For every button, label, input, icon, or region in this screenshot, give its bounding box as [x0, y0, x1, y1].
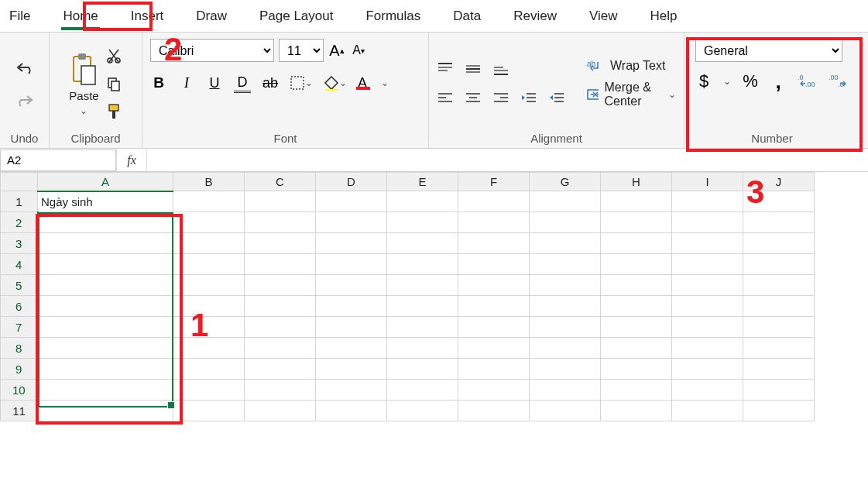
tab-review[interactable]: Review [512, 1, 558, 32]
paste-label[interactable]: Paste [69, 89, 98, 102]
row-header-9[interactable]: 9 [1, 359, 38, 380]
tab-view[interactable]: View [588, 1, 619, 32]
merge-center-button[interactable]: Merge & Center ⌄ [587, 81, 676, 108]
paste-icon[interactable] [69, 52, 98, 86]
row-header-5[interactable]: 5 [1, 275, 38, 296]
cell-A10[interactable] [38, 380, 173, 401]
font-color-button[interactable]: A ⌄ [358, 73, 389, 93]
copy-button[interactable] [105, 74, 122, 94]
svg-text:.0: .0 [798, 74, 804, 81]
row-header-10[interactable]: 10 [1, 380, 38, 401]
percent-format-button[interactable]: % [742, 71, 759, 91]
tab-help[interactable]: Help [649, 1, 679, 32]
align-center-button[interactable] [465, 88, 482, 108]
row-header-7[interactable]: 7 [1, 317, 38, 338]
cell-A8[interactable] [38, 338, 173, 359]
row-header-11[interactable]: 11 [1, 401, 38, 421]
col-header-E[interactable]: E [387, 173, 458, 191]
cell-A6[interactable] [38, 296, 173, 317]
col-header-A[interactable]: A [38, 173, 173, 191]
ribbon: Undo Paste ⌄ Cli [0, 33, 868, 149]
font-name-select[interactable]: Calibri [150, 39, 274, 62]
align-left-button[interactable] [437, 88, 454, 108]
cell-A7[interactable] [38, 317, 173, 338]
cell-A2[interactable] [38, 212, 173, 233]
paste-dropdown[interactable]: ⌄ [80, 105, 87, 116]
cell-A4[interactable] [38, 254, 173, 275]
merge-dropdown[interactable]: ⌄ [668, 89, 676, 100]
svg-rect-2 [81, 66, 95, 84]
row-header-2[interactable]: 2 [1, 212, 38, 233]
col-header-H[interactable]: H [601, 173, 672, 191]
undo-button[interactable] [15, 57, 35, 77]
col-header-J[interactable]: J [743, 173, 815, 191]
align-right-button[interactable] [492, 88, 509, 108]
increase-font-button[interactable]: A▴ [328, 40, 345, 60]
accounting-dropdown[interactable]: ⌄ [723, 76, 731, 87]
tab-formulas[interactable]: Formulas [364, 1, 422, 32]
select-all-corner[interactable] [1, 173, 38, 191]
svg-rect-7 [109, 105, 118, 111]
cell-A9[interactable] [38, 359, 173, 380]
comma-format-button[interactable]: , [770, 71, 787, 91]
decrease-font-button[interactable]: A▾ [350, 40, 367, 60]
increase-indent-button[interactable] [548, 88, 565, 108]
col-header-I[interactable]: I [672, 173, 743, 191]
align-top-button[interactable] [437, 59, 454, 79]
group-undo-label: Undo [11, 132, 39, 145]
format-painter-button[interactable] [105, 101, 122, 122]
row-header-8[interactable]: 8 [1, 338, 38, 359]
increase-decimal-button[interactable]: .0.00 [798, 71, 818, 91]
cell-A1[interactable]: Ngày sinh [38, 191, 173, 212]
svg-rect-8 [112, 111, 115, 119]
accounting-format-button[interactable]: $ [695, 71, 712, 91]
align-middle-button[interactable] [465, 59, 482, 79]
col-header-C[interactable]: C [245, 173, 316, 191]
align-bottom-button[interactable] [492, 59, 509, 79]
col-header-D[interactable]: D [316, 173, 387, 191]
group-alignment: ab Wrap Text Merge & Center ⌄ Alignment [429, 33, 684, 148]
font-size-select[interactable]: 11 [279, 39, 324, 62]
fill-color-button[interactable]: ⌄ [324, 73, 347, 93]
group-font-label: Font [273, 132, 297, 145]
tab-page-layout[interactable]: Page Layout [258, 1, 335, 32]
col-header-F[interactable]: F [458, 173, 530, 191]
formula-bar: fx [0, 149, 868, 172]
group-number-label: Number [751, 132, 792, 145]
decrease-indent-button[interactable] [520, 88, 537, 108]
strikethrough-button[interactable]: ab [262, 73, 279, 93]
grid[interactable]: A B C D E F G H I J 1Ngày sinh 2 3 4 5 6… [0, 172, 815, 421]
row-header-3[interactable]: 3 [1, 233, 38, 254]
row-header-1[interactable]: 1 [1, 191, 38, 212]
underline-button[interactable]: U [206, 73, 223, 93]
row-header-6[interactable]: 6 [1, 296, 38, 317]
svg-rect-6 [112, 81, 119, 91]
decrease-decimal-button[interactable]: .00.0 [829, 71, 849, 91]
borders-button[interactable]: ⌄ [290, 73, 313, 93]
tab-home[interactable]: Home [61, 1, 99, 32]
worksheet: A B C D E F G H I J 1Ngày sinh 2 3 4 5 6… [0, 172, 868, 421]
svg-rect-9 [291, 77, 304, 89]
tab-insert[interactable]: Insert [129, 1, 166, 32]
group-undo: Undo [0, 33, 50, 148]
tab-file[interactable]: File [8, 1, 32, 32]
cell-A5[interactable] [38, 275, 173, 296]
redo-button[interactable] [15, 90, 35, 110]
row-header-4[interactable]: 4 [1, 254, 38, 275]
col-header-B[interactable]: B [173, 173, 245, 191]
name-box[interactable] [0, 150, 116, 171]
bold-button[interactable]: B [150, 73, 167, 93]
cell-A11[interactable] [38, 401, 173, 421]
double-underline-button[interactable]: D [234, 73, 251, 93]
tab-data[interactable]: Data [451, 1, 482, 32]
fx-icon[interactable]: fx [116, 149, 147, 171]
number-format-select[interactable]: General [695, 39, 842, 62]
tab-draw[interactable]: Draw [194, 1, 228, 32]
cell-A3[interactable] [38, 233, 173, 254]
col-header-G[interactable]: G [530, 173, 601, 191]
formula-input[interactable] [147, 149, 868, 171]
cut-button[interactable] [105, 46, 122, 66]
italic-button[interactable]: I [178, 73, 195, 93]
group-clipboard-label: Clipboard [70, 132, 120, 145]
wrap-text-button[interactable]: ab Wrap Text [587, 59, 676, 73]
